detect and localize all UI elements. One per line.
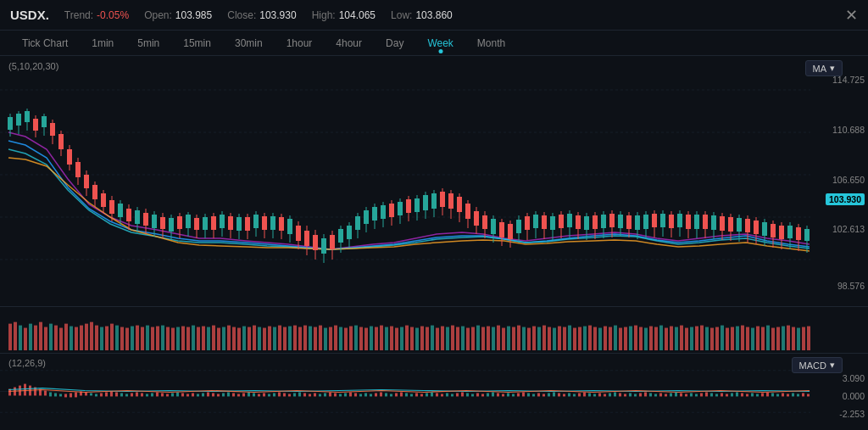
svg-rect-426	[364, 393, 367, 396]
svg-rect-456	[517, 393, 520, 396]
svg-rect-305	[568, 326, 571, 350]
svg-rect-209	[80, 326, 83, 350]
svg-rect-492	[700, 393, 703, 396]
svg-rect-464	[558, 393, 560, 396]
svg-rect-297	[527, 328, 531, 351]
svg-rect-323	[659, 326, 663, 350]
svg-rect-208	[75, 327, 78, 350]
svg-rect-32	[118, 204, 123, 217]
tf-week[interactable]: Week	[415, 35, 465, 52]
svg-rect-154	[635, 215, 640, 230]
svg-rect-52	[203, 217, 208, 230]
svg-rect-16	[50, 123, 55, 136]
svg-rect-150	[618, 215, 623, 228]
macd-selector[interactable]: MACD ▾	[792, 357, 843, 373]
svg-rect-427	[370, 394, 372, 396]
tf-month[interactable]: Month	[465, 35, 517, 52]
svg-rect-435	[410, 394, 413, 396]
svg-rect-484	[659, 393, 662, 396]
tf-15min[interactable]: 15min	[171, 35, 223, 52]
svg-rect-272	[400, 327, 403, 350]
tf-1min[interactable]: 1min	[80, 35, 125, 52]
svg-rect-118	[482, 215, 487, 229]
svg-rect-289	[487, 327, 490, 350]
svg-rect-50	[194, 218, 199, 230]
svg-rect-76	[304, 231, 309, 246]
svg-rect-442	[446, 393, 448, 396]
svg-rect-44	[169, 218, 174, 232]
svg-rect-413	[298, 392, 301, 396]
svg-rect-251	[293, 326, 297, 350]
svg-rect-430	[385, 393, 387, 396]
svg-rect-401	[237, 394, 240, 396]
svg-rect-128	[525, 216, 530, 230]
svg-rect-405	[258, 394, 260, 396]
svg-rect-477	[624, 394, 626, 396]
svg-rect-383	[146, 394, 148, 396]
svg-rect-393	[197, 394, 199, 396]
svg-rect-120	[491, 219, 496, 234]
svg-rect-146	[601, 215, 606, 228]
svg-rect-287	[476, 326, 480, 350]
tf-tick[interactable]: Tick Chart	[10, 35, 80, 52]
svg-rect-493	[705, 392, 708, 396]
svg-rect-290	[492, 327, 495, 350]
svg-rect-346	[776, 327, 780, 350]
svg-rect-215	[110, 324, 114, 350]
svg-rect-301	[548, 327, 551, 350]
svg-rect-429	[380, 392, 382, 396]
svg-rect-156	[643, 215, 648, 229]
svg-rect-144	[593, 215, 598, 229]
svg-rect-268	[380, 326, 383, 350]
tf-30min[interactable]: 30min	[223, 35, 275, 52]
svg-rect-108	[440, 192, 445, 207]
svg-rect-466	[568, 393, 570, 396]
svg-rect-300	[542, 326, 546, 350]
svg-rect-100	[406, 199, 411, 213]
svg-rect-345	[771, 328, 775, 351]
svg-rect-82	[330, 235, 335, 249]
svg-rect-269	[385, 327, 388, 350]
svg-rect-331	[700, 326, 704, 350]
svg-rect-276	[420, 327, 424, 350]
svg-rect-382	[141, 393, 143, 396]
svg-rect-279	[436, 328, 439, 351]
svg-rect-319	[639, 327, 643, 350]
svg-rect-327	[680, 326, 683, 350]
svg-rect-440	[436, 393, 438, 396]
svg-rect-497	[726, 394, 728, 396]
svg-rect-262	[349, 327, 353, 350]
svg-rect-48	[186, 215, 191, 228]
tf-1hour[interactable]: 1hour	[275, 35, 325, 52]
svg-rect-190	[787, 226, 793, 238]
svg-rect-414	[303, 393, 306, 396]
svg-rect-218	[125, 328, 129, 351]
svg-rect-424	[354, 393, 357, 396]
ma-selector[interactable]: MA ▾	[805, 60, 843, 76]
svg-rect-457	[522, 392, 525, 396]
svg-rect-381	[136, 392, 138, 396]
tf-4hour[interactable]: 4hour	[324, 35, 374, 52]
svg-rect-350	[797, 328, 800, 351]
ma-label: MA	[813, 64, 827, 74]
svg-rect-235	[212, 326, 215, 350]
svg-rect-238	[227, 326, 231, 350]
svg-rect-132	[542, 215, 547, 229]
svg-rect-243	[253, 326, 256, 350]
svg-rect-38	[143, 213, 148, 226]
tf-5min[interactable]: 5min	[125, 35, 171, 52]
svg-rect-384	[151, 393, 153, 396]
svg-rect-174	[720, 216, 725, 231]
svg-rect-495	[715, 394, 718, 396]
svg-rect-372	[90, 393, 92, 395]
close-button[interactable]: ✕	[845, 6, 858, 25]
svg-rect-194	[804, 229, 810, 241]
svg-rect-22	[75, 162, 81, 177]
svg-rect-455	[512, 394, 515, 396]
tf-day[interactable]: Day	[374, 35, 415, 52]
svg-rect-333	[710, 328, 714, 351]
svg-rect-512	[802, 393, 804, 396]
svg-rect-321	[649, 327, 653, 350]
svg-rect-90	[364, 210, 369, 224]
svg-rect-388	[171, 393, 174, 396]
